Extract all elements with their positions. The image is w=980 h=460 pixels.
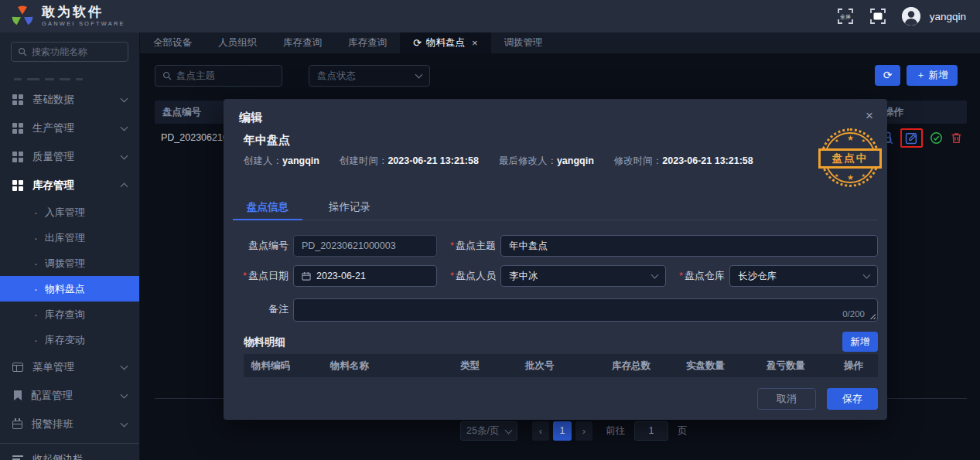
top-bar: 敢为软件 GANWEI SOFTWARE 全屏 yangqin [0, 0, 980, 32]
collapse-icon [12, 455, 23, 460]
status-select[interactable]: 盘点状态 [309, 65, 430, 87]
status-badge: 盘点中 [818, 148, 882, 169]
grid-icon [12, 94, 23, 105]
page-size-select[interactable]: 25条/页 [460, 421, 517, 441]
cancel-button[interactable]: 取消 [757, 388, 816, 410]
delete-trash-icon[interactable] [950, 131, 963, 145]
page-unit-label: 页 [678, 424, 688, 438]
grid-icon [12, 152, 23, 162]
sidebar-search[interactable] [11, 42, 128, 62]
chevron-down-icon [121, 419, 128, 427]
prev-page-button[interactable]: ‹ [532, 421, 549, 441]
remark-textarea[interactable] [294, 299, 877, 321]
username[interactable]: yangqin [930, 11, 966, 22]
brand: 敢为软件 GANWEI SOFTWARE [11, 5, 125, 28]
material-detail-title: 物料明细 [244, 336, 285, 349]
modifier-label: 最后修改人： [499, 155, 557, 166]
calendar-icon [12, 421, 22, 429]
sidebar-item-stock-query[interactable]: · 库存查询 [0, 302, 139, 327]
sidebar-item-config[interactable]: 配置管理 [0, 381, 139, 410]
sidebar-item-menus[interactable]: 菜单管理 [0, 353, 139, 381]
code-field[interactable] [293, 235, 437, 257]
person-select[interactable]: 李中冰 [500, 265, 666, 287]
chevron-down-icon [121, 94, 128, 102]
brand-subtitle: GANWEI SOFTWARE [42, 21, 125, 27]
theme-search-input[interactable] [176, 70, 275, 81]
edit-icon[interactable] [905, 131, 918, 145]
collapse-sidebar-button[interactable]: 收起侧边栏 [0, 447, 139, 460]
resize-handle-icon[interactable] [869, 313, 876, 319]
bullet-icon: · [34, 283, 38, 295]
warehouse-select[interactable]: 长沙仓库 [729, 265, 878, 287]
creator-label: 创建人： [244, 155, 282, 166]
tab-counting-info[interactable]: 盘点信息 [244, 196, 292, 220]
theme-search-box[interactable] [155, 65, 282, 87]
collapse-label: 收起侧边栏 [32, 452, 83, 460]
screen-capture-icon[interactable] [869, 8, 886, 25]
refresh-icon: ⟳ [883, 69, 893, 81]
refresh-button[interactable]: ⟳ [875, 65, 900, 86]
search-icon [162, 71, 172, 80]
tab-stock-query-2[interactable]: 库存查询 [335, 32, 400, 53]
page-number-button[interactable]: 1 [553, 421, 572, 441]
theme-input[interactable] [509, 240, 869, 251]
tab-stock-query-1[interactable]: 库存查询 [270, 32, 335, 53]
next-page-button[interactable]: › [575, 421, 592, 441]
date-field[interactable]: 2023-06-21 [293, 265, 437, 287]
remark-field-label: 备注 [224, 298, 289, 320]
chevron-down-icon [505, 426, 513, 434]
plus-icon: ＋ [916, 69, 926, 82]
sidebar-item-quality[interactable]: 质量管理 [0, 142, 139, 171]
sidebar-item-basic-data[interactable]: 基础数据 [0, 85, 139, 114]
sidebar-item-inventory[interactable]: 库存管理 [0, 171, 139, 199]
sidebar-item-inbound[interactable]: · 入库管理 [0, 199, 139, 225]
detail-add-button[interactable]: 新增 [842, 332, 878, 352]
sidebar-item-label: 库存变动 [45, 333, 85, 347]
tab-label: 调拨管理 [504, 36, 543, 49]
tab-all-devices[interactable]: 全部设备 [140, 32, 205, 53]
bookmark-icon [14, 390, 22, 400]
col-profit-loss-qty: 盈亏数量 [767, 359, 844, 373]
highlight-box [900, 128, 923, 148]
sidebar-item-transfer[interactable]: · 调拨管理 [0, 250, 139, 276]
sidebar-item-alarm-schedule[interactable]: 报警排班 [0, 410, 139, 438]
close-icon[interactable]: × [472, 37, 478, 49]
code-input[interactable] [302, 240, 429, 251]
char-counter: 0/200 [842, 309, 865, 319]
chevron-down-icon [651, 271, 659, 279]
approve-check-icon[interactable] [930, 131, 943, 145]
divider [0, 443, 139, 444]
sidebar-item-material-counting[interactable]: · 物料盘点 [0, 276, 139, 302]
sidebar-item-production[interactable]: 生产管理 [0, 114, 139, 142]
tab-label: 人员组织 [218, 36, 257, 49]
sidebar-search-input[interactable] [32, 46, 121, 57]
tab-personnel[interactable]: 人员组织 [205, 32, 270, 53]
avatar[interactable] [902, 7, 920, 26]
theme-field[interactable] [500, 235, 878, 257]
refresh-icon[interactable]: ⟳ [413, 37, 422, 49]
dialog-close-icon[interactable]: × [866, 108, 873, 124]
column-header-code: 盘点编号 [162, 101, 201, 124]
sidebar-item-outbound[interactable]: · 出库管理 [0, 225, 139, 250]
person-field-label: *盘点人员 [440, 265, 496, 287]
grid-icon [12, 180, 23, 191]
menu-table-icon [12, 363, 23, 372]
save-button[interactable]: 保存 [827, 388, 878, 410]
star-icon: ★ [835, 173, 838, 178]
tab-transfer[interactable]: 调拨管理 [491, 32, 556, 53]
tab-operation-log[interactable]: 操作记录 [326, 196, 374, 220]
goto-page-input[interactable]: 1 [634, 421, 668, 441]
add-button-label: 新增 [929, 69, 948, 82]
calendar-icon [302, 271, 311, 281]
add-button[interactable]: ＋ 新增 [907, 65, 958, 86]
row-actions [880, 124, 963, 152]
date-value: 2023-06-21 [316, 271, 366, 281]
tab-label: 库存查询 [283, 36, 322, 49]
col-batch-no: 批次号 [525, 359, 612, 373]
sidebar-item-stock-change[interactable]: · 库存变动 [0, 327, 139, 353]
tab-material-counting[interactable]: ⟳ 物料盘点 × [400, 32, 491, 53]
ganwei-logo-icon [11, 5, 34, 28]
warehouse-field-label: *盘点仓库 [669, 265, 725, 287]
remark-field[interactable]: 0/200 [293, 298, 878, 322]
fullscreen-icon[interactable]: 全屏 [837, 8, 854, 25]
